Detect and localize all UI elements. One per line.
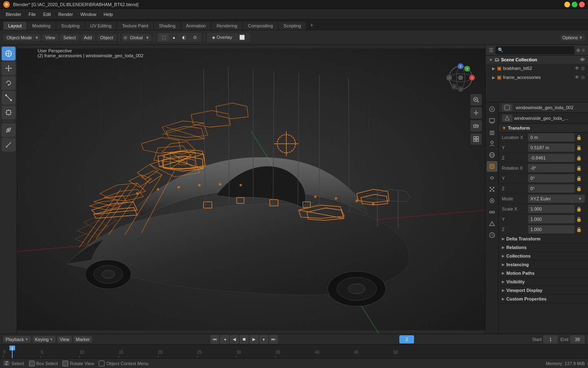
delta-transform-toggle[interactable]: ▶ Delta Transform [499,235,588,243]
xray-button[interactable]: ⬜ [236,34,248,41]
prop-icon-render[interactable] [487,104,497,114]
move-tool[interactable] [2,61,16,75]
rotation-z-value[interactable]: 0° [528,184,575,193]
menu-file[interactable]: File [25,11,39,18]
arrow-frame[interactable]: ▶ [492,75,495,80]
tab-animation[interactable]: Animation [181,22,211,30]
outliner-filter[interactable]: ⊕ [576,47,580,53]
vp-display-arrow[interactable]: ▶ [502,288,505,292]
scale-x-lock[interactable]: 🔒 [576,206,582,212]
outliner-search[interactable]: 🔍 [495,46,575,54]
tab-texture-paint[interactable]: Texture Paint [117,22,153,30]
tab-uv-editing[interactable]: UV Editing [85,22,116,30]
timeline-ruler[interactable]: 0 5 10 15 20 25 30 35 40 45 50 2 [0,345,588,359]
location-z-lock[interactable]: 🔒 [576,155,582,161]
transform-tool[interactable] [2,105,16,119]
rotation-z-lock[interactable]: 🔒 [576,186,582,191]
visibility-arrow[interactable]: ▶ [502,280,505,284]
eye-brabham[interactable]: 👁 [575,65,579,71]
minimize-button[interactable]: − [564,2,570,7]
marker-menu[interactable]: Marker [74,336,92,343]
menu-help[interactable]: Help [100,11,116,18]
jump-start-button[interactable]: ⏮ [210,335,219,344]
options-dropdown[interactable]: ▼ [579,35,583,40]
relations-toggle[interactable]: ▶ Relations [499,243,588,251]
start-value[interactable]: 1 [543,335,558,343]
view-menu[interactable]: View [42,34,58,41]
rotation-x-anim[interactable]: · [584,166,585,171]
restrict-brabham[interactable]: ⊙ [581,66,585,71]
pan-button[interactable] [470,107,482,119]
tab-layout[interactable]: Layout [3,22,27,30]
prev-frame-button[interactable]: ◂ [220,335,229,344]
scale-z-value[interactable]: 1.000 [528,225,575,233]
scale-y-anim[interactable]: · [584,217,585,222]
obj-props-dropdown-1[interactable] [502,104,512,111]
shading-dropdown-icon[interactable]: ▼ [145,35,150,40]
collection-arrow[interactable]: ▼ [489,58,493,62]
prop-icon-physics[interactable] [487,195,497,206]
custom-props-toggle[interactable]: ▶ Custom Properties [499,295,588,303]
prop-icon-world[interactable] [487,150,497,160]
menu-blender[interactable]: Blender [2,11,24,18]
transform-section-header[interactable]: ▼ Transform [499,124,588,132]
transform-arrow[interactable]: ▼ [502,126,506,130]
prop-icon-output[interactable] [487,115,497,126]
outliner-item-frame[interactable]: ▶ ▣ frame_accessories 👁 ⊙ [486,73,588,82]
location-x-anim[interactable]: · [584,135,585,140]
collections-arrow[interactable]: ▶ [502,254,505,258]
location-z-anim[interactable]: · [584,156,585,160]
scale-tool[interactable] [2,91,16,105]
tab-compositing[interactable]: Compositing [243,22,278,30]
eye-frame[interactable]: 👁 [575,74,579,80]
rotation-z-anim[interactable]: · [584,186,585,191]
outliner-item-brabham[interactable]: ▶ ▣ brabham_bt62 👁 ⊙ [486,64,588,73]
prop-icon-object[interactable] [487,161,497,172]
prop-icon-scene[interactable] [487,138,497,149]
scale-y-lock[interactable]: 🔒 [576,217,582,222]
tab-rendering[interactable]: Rendering [212,22,242,30]
menu-window[interactable]: Window [77,11,100,18]
cursor-tool[interactable] [2,47,16,61]
add-workspace-button[interactable]: + [307,20,316,30]
prop-icon-modifiers[interactable] [487,173,497,183]
rotation-x-value[interactable]: -0° [528,164,575,172]
mode-dropdown[interactable]: ▼ [578,196,582,201]
measure-tool[interactable] [2,138,16,152]
scale-y-value[interactable]: 1.000 [528,215,575,223]
restrict-frame[interactable]: ⊙ [581,75,585,80]
view-menu-tl[interactable]: View [57,336,72,343]
motion-paths-arrow[interactable]: ▶ [502,271,505,275]
next-frame-button[interactable]: ▸ [259,335,268,344]
3d-scene-svg[interactable] [17,45,485,334]
prop-icon-object-data[interactable] [487,218,497,229]
collection-eye[interactable]: 👁 [580,57,585,62]
wireframe-mode[interactable]: ⬚ [158,34,169,41]
menu-edit[interactable]: Edit [40,11,54,18]
rotation-y-anim[interactable]: · [584,176,585,181]
keying-dropdown[interactable]: ▼ [49,337,53,341]
scale-z-anim[interactable]: · [584,227,585,232]
keying-menu[interactable]: Keying ▼ [33,336,56,343]
scale-z-lock[interactable]: 🔒 [576,227,582,232]
rotation-y-lock[interactable]: 🔒 [576,176,582,181]
location-z-value[interactable]: -0.8481 [528,154,575,162]
object-menu[interactable]: Object [97,34,116,41]
end-value[interactable]: 38 [570,335,585,343]
stop-button[interactable]: ⏹ [240,335,249,344]
add-menu[interactable]: Add [81,34,96,41]
prop-icon-material[interactable] [487,230,497,240]
prop-icon-view-layer[interactable] [487,127,497,137]
tab-modeling[interactable]: Modeling [27,22,56,30]
current-frame-display[interactable]: 2 [399,335,414,343]
options-menu[interactable]: Options ▼ [561,34,585,41]
location-y-anim[interactable]: · [584,146,585,150]
select-menu[interactable]: Select [60,34,79,41]
global-shading[interactable]: ⊕ Global ▼ [122,34,151,41]
material-mode[interactable]: ◐ [179,34,189,41]
3d-viewport[interactable]: User Perspective (2) frame_accessories |… [17,45,485,334]
rotation-y-value[interactable]: 0° [528,174,575,182]
arrow-brabham[interactable]: ▶ [492,66,495,71]
viewport-gizmo[interactable]: X -X Y -Y Z -Z [444,61,477,94]
mode-dropdown-icon[interactable]: ▼ [34,35,39,40]
